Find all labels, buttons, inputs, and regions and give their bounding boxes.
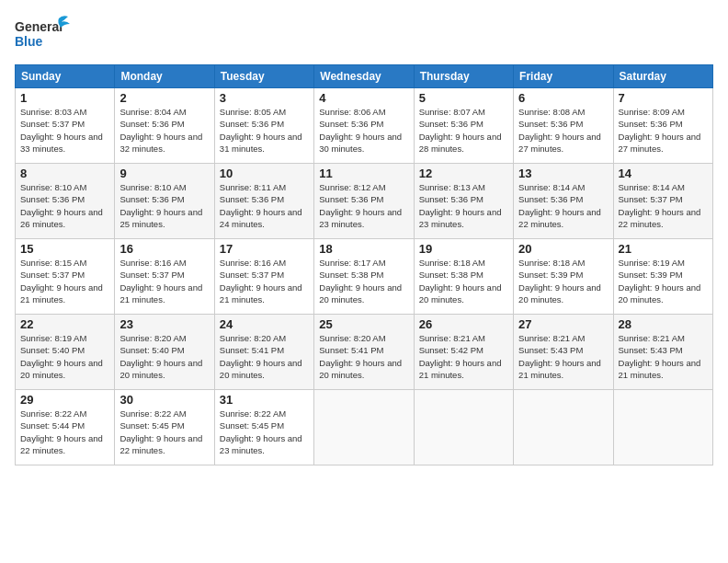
weekday-header-wednesday: Wednesday [314,65,414,88]
day-number: 12 [419,167,508,180]
day-number: 10 [220,167,309,180]
day-number: 11 [319,167,408,180]
calendar-cell [314,390,414,465]
calendar-cell: 5Sunrise: 8:07 AMSunset: 5:36 PMDaylight… [414,88,513,164]
day-number: 27 [518,317,608,331]
day-info: Sunrise: 8:21 AMSunset: 5:42 PMDaylight:… [419,332,508,381]
day-info: Sunrise: 8:21 AMSunset: 5:43 PMDaylight:… [619,332,708,381]
calendar-cell: 25Sunrise: 8:20 AMSunset: 5:41 PMDayligh… [314,315,414,390]
day-info: Sunrise: 8:12 AMSunset: 5:36 PMDaylight:… [319,181,408,230]
calendar-cell: 15Sunrise: 8:15 AMSunset: 5:37 PMDayligh… [16,239,115,315]
day-number: 1 [20,91,109,105]
day-number: 5 [419,91,508,105]
weekday-header-monday: Monday [115,65,214,88]
weekday-header-row: SundayMondayTuesdayWednesdayThursdayFrid… [16,65,713,88]
calendar-cell: 13Sunrise: 8:14 AMSunset: 5:36 PMDayligh… [514,164,613,239]
day-number: 28 [619,317,708,331]
calendar-cell: 16Sunrise: 8:16 AMSunset: 5:37 PMDayligh… [115,239,214,315]
calendar-cell: 27Sunrise: 8:21 AMSunset: 5:43 PMDayligh… [514,315,613,390]
day-number: 18 [319,242,408,256]
day-info: Sunrise: 8:13 AMSunset: 5:36 PMDaylight:… [419,181,508,230]
day-info: Sunrise: 8:06 AMSunset: 5:36 PMDaylight:… [319,106,408,155]
calendar-cell: 21Sunrise: 8:19 AMSunset: 5:39 PMDayligh… [613,239,712,315]
day-number: 21 [619,242,708,256]
logo: General Blue [15,11,70,55]
day-number: 14 [619,167,708,180]
calendar-cell [514,390,613,465]
day-info: Sunrise: 8:20 AMSunset: 5:40 PMDaylight:… [119,332,209,381]
calendar-cell [414,390,513,465]
calendar-cell: 26Sunrise: 8:21 AMSunset: 5:42 PMDayligh… [414,315,513,390]
calendar-cell: 23Sunrise: 8:20 AMSunset: 5:40 PMDayligh… [115,315,214,390]
day-number: 13 [518,167,608,180]
day-number: 29 [20,393,109,407]
weekday-header-friday: Friday [514,65,613,88]
day-info: Sunrise: 8:09 AMSunset: 5:36 PMDaylight:… [619,106,708,155]
day-info: Sunrise: 8:17 AMSunset: 5:38 PMDaylight:… [319,257,408,305]
calendar-week-row: 29Sunrise: 8:22 AMSunset: 5:44 PMDayligh… [16,390,713,465]
day-info: Sunrise: 8:18 AMSunset: 5:38 PMDaylight:… [419,257,508,305]
day-info: Sunrise: 8:14 AMSunset: 5:36 PMDaylight:… [518,181,608,230]
calendar-cell: 6Sunrise: 8:08 AMSunset: 5:36 PMDaylight… [514,88,613,164]
day-number: 23 [119,317,209,331]
calendar-week-row: 22Sunrise: 8:19 AMSunset: 5:40 PMDayligh… [16,315,713,390]
day-number: 2 [119,91,209,105]
day-number: 8 [20,167,109,180]
calendar-cell: 19Sunrise: 8:18 AMSunset: 5:38 PMDayligh… [414,239,513,315]
day-number: 26 [419,317,508,331]
calendar-cell: 2Sunrise: 8:04 AMSunset: 5:36 PMDaylight… [115,88,214,164]
calendar-week-row: 8Sunrise: 8:10 AMSunset: 5:36 PMDaylight… [16,164,713,239]
calendar-cell: 24Sunrise: 8:20 AMSunset: 5:41 PMDayligh… [214,315,313,390]
day-number: 24 [220,317,309,331]
calendar-cell: 31Sunrise: 8:22 AMSunset: 5:45 PMDayligh… [214,390,313,465]
svg-text:Blue: Blue [15,34,43,49]
day-number: 30 [119,393,209,407]
calendar-cell: 4Sunrise: 8:06 AMSunset: 5:36 PMDaylight… [314,88,414,164]
day-info: Sunrise: 8:21 AMSunset: 5:43 PMDaylight:… [518,332,608,381]
day-info: Sunrise: 8:15 AMSunset: 5:37 PMDaylight:… [20,257,109,305]
calendar-cell: 3Sunrise: 8:05 AMSunset: 5:36 PMDaylight… [214,88,313,164]
day-info: Sunrise: 8:20 AMSunset: 5:41 PMDaylight:… [220,332,309,381]
day-number: 19 [419,242,508,256]
day-number: 22 [20,317,109,331]
day-number: 31 [220,393,309,407]
calendar-cell: 29Sunrise: 8:22 AMSunset: 5:44 PMDayligh… [16,390,115,465]
calendar-cell: 17Sunrise: 8:16 AMSunset: 5:37 PMDayligh… [214,239,313,315]
day-number: 15 [20,242,109,256]
day-info: Sunrise: 8:10 AMSunset: 5:36 PMDaylight:… [20,181,109,230]
day-info: Sunrise: 8:03 AMSunset: 5:37 PMDaylight:… [20,106,109,155]
calendar-cell: 7Sunrise: 8:09 AMSunset: 5:36 PMDaylight… [613,88,712,164]
calendar-cell: 12Sunrise: 8:13 AMSunset: 5:36 PMDayligh… [414,164,513,239]
day-number: 3 [220,91,309,105]
weekday-header-tuesday: Tuesday [214,65,313,88]
day-info: Sunrise: 8:19 AMSunset: 5:39 PMDaylight:… [619,257,708,305]
weekday-header-thursday: Thursday [414,65,513,88]
day-number: 9 [119,167,209,180]
header: General Blue [15,11,713,55]
calendar-table: SundayMondayTuesdayWednesdayThursdayFrid… [15,64,713,465]
day-info: Sunrise: 8:22 AMSunset: 5:44 PMDaylight:… [20,408,109,456]
calendar-cell: 18Sunrise: 8:17 AMSunset: 5:38 PMDayligh… [314,239,414,315]
calendar-cell: 9Sunrise: 8:10 AMSunset: 5:36 PMDaylight… [115,164,214,239]
day-number: 25 [319,317,408,331]
day-number: 4 [319,91,408,105]
day-number: 20 [518,242,608,256]
day-info: Sunrise: 8:07 AMSunset: 5:36 PMDaylight:… [419,106,508,155]
day-info: Sunrise: 8:04 AMSunset: 5:36 PMDaylight:… [119,106,209,155]
calendar-week-row: 1Sunrise: 8:03 AMSunset: 5:37 PMDaylight… [16,88,713,164]
calendar-cell: 14Sunrise: 8:14 AMSunset: 5:37 PMDayligh… [613,164,712,239]
day-info: Sunrise: 8:10 AMSunset: 5:36 PMDaylight:… [119,181,209,230]
calendar-cell: 30Sunrise: 8:22 AMSunset: 5:45 PMDayligh… [115,390,214,465]
day-number: 6 [518,91,608,105]
calendar-cell [613,390,712,465]
day-info: Sunrise: 8:08 AMSunset: 5:36 PMDaylight:… [518,106,608,155]
day-info: Sunrise: 8:05 AMSunset: 5:36 PMDaylight:… [220,106,309,155]
calendar-body: 1Sunrise: 8:03 AMSunset: 5:37 PMDaylight… [16,88,713,465]
calendar-header: SundayMondayTuesdayWednesdayThursdayFrid… [16,65,713,88]
page-container: General Blue SundayMondayTuesdayWednesda… [0,0,728,473]
calendar-cell: 10Sunrise: 8:11 AMSunset: 5:36 PMDayligh… [214,164,313,239]
day-info: Sunrise: 8:19 AMSunset: 5:40 PMDaylight:… [20,332,109,381]
calendar-week-row: 15Sunrise: 8:15 AMSunset: 5:37 PMDayligh… [16,239,713,315]
day-info: Sunrise: 8:14 AMSunset: 5:37 PMDaylight:… [619,181,708,230]
day-number: 17 [220,242,309,256]
